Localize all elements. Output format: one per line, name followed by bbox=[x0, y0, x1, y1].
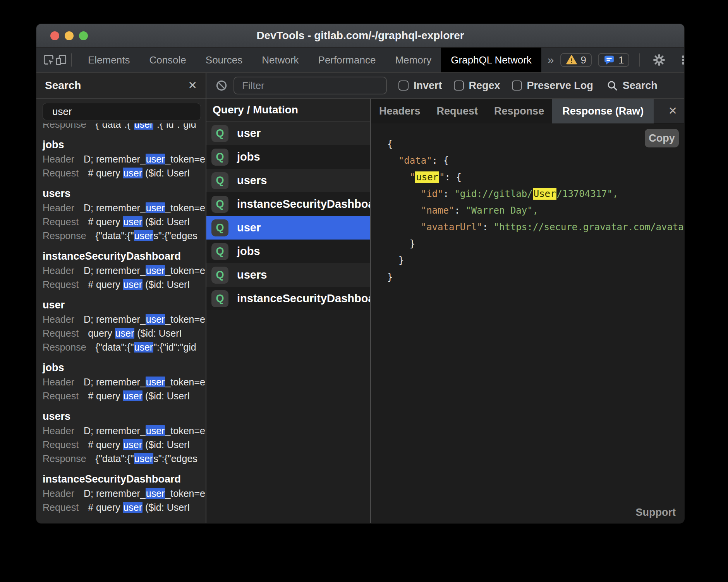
text-segment: {"data":{" bbox=[96, 342, 134, 353]
search-result-line[interactable]: HeaderD; remember_user_token=e bbox=[43, 424, 206, 438]
details-close-icon[interactable]: ✕ bbox=[668, 106, 677, 116]
search-match-highlight: user bbox=[415, 171, 439, 183]
query-operation-name: jobs bbox=[237, 245, 260, 258]
text-segment: ($id: UserI bbox=[143, 439, 190, 450]
search-result-line[interactable]: HeaderD; remember_user_token=e bbox=[43, 264, 206, 277]
search-result-line[interactable]: HeaderD; remember_user_token=e bbox=[43, 486, 206, 500]
query-list-item[interactable]: Qusers bbox=[206, 263, 370, 287]
search-result-operation-name[interactable]: users bbox=[43, 186, 206, 201]
search-result-operation-name[interactable]: jobs bbox=[43, 360, 206, 375]
tab-sources[interactable]: Sources bbox=[196, 48, 252, 72]
search-result-line[interactable]: HeaderD; remember_user_token=e bbox=[43, 201, 206, 215]
search-result-line[interactable]: Response{"data":{"users":{"edges bbox=[43, 452, 206, 466]
tab-response-raw[interactable]: Response (Raw) bbox=[552, 99, 654, 123]
search-result-line[interactable]: Requestquery user ($id: UserI bbox=[43, 326, 206, 340]
text-segment: " bbox=[439, 172, 445, 183]
details-tab-strip: HeadersRequestResponseResponse (Raw) ✕ bbox=[371, 99, 684, 123]
query-list-item[interactable]: QinstanceSecurityDashboard bbox=[206, 192, 370, 216]
search-panel-header: Search ✕ bbox=[36, 73, 206, 99]
preserve-log-checkbox[interactable]: Preserve Log bbox=[512, 80, 593, 92]
filter-input[interactable] bbox=[234, 77, 387, 94]
support-link[interactable]: Support bbox=[636, 507, 676, 519]
inspect-element-icon[interactable] bbox=[43, 51, 55, 69]
search-result-operation-name[interactable]: users bbox=[43, 409, 206, 424]
close-window-button[interactable] bbox=[50, 31, 59, 40]
query-list-item[interactable]: Qjobs bbox=[206, 145, 370, 169]
query-list-item[interactable]: Qusers bbox=[206, 169, 370, 192]
invert-checkbox-box[interactable] bbox=[398, 80, 409, 91]
zoom-window-button[interactable] bbox=[79, 31, 88, 40]
traffic-lights bbox=[50, 31, 88, 40]
more-tabs-chevron[interactable]: » bbox=[541, 53, 560, 67]
search-result-line[interactable]: Request# query user ($id: UserI bbox=[43, 166, 206, 180]
preserve-log-checkbox-box[interactable] bbox=[512, 80, 522, 91]
text-segment: "name" bbox=[421, 205, 455, 216]
search-result-operation-name[interactable]: instanceSecurityDashboard bbox=[43, 472, 206, 486]
query-list-panel: Query / Mutation QuserQjobsQusersQinstan… bbox=[206, 99, 370, 523]
query-operation-name: users bbox=[237, 269, 267, 281]
tab-request[interactable]: Request bbox=[429, 99, 486, 123]
search-result-operation-name[interactable]: jobs bbox=[43, 137, 206, 152]
search-result-line[interactable]: Response{"data":{"user":{"id":"gid bbox=[43, 123, 206, 131]
devtools-main: Search ✕ Response{"data":{"user":{"id":"… bbox=[36, 73, 684, 523]
json-line: "id": "gid://gitlab/User/13704317", bbox=[387, 186, 684, 202]
search-result-line[interactable]: HeaderD; remember_user_token=e bbox=[43, 152, 206, 166]
text-segment: # query bbox=[88, 279, 123, 290]
regex-checkbox[interactable]: Regex bbox=[454, 80, 500, 92]
network-search-button[interactable]: Search bbox=[606, 80, 658, 92]
kebab-menu-icon[interactable] bbox=[674, 51, 684, 69]
query-list-item[interactable]: Quser bbox=[206, 122, 370, 145]
invert-checkbox[interactable]: Invert bbox=[398, 80, 442, 92]
search-input-row bbox=[36, 99, 206, 123]
search-result-line[interactable]: HeaderD; remember_user_token=e bbox=[43, 312, 206, 326]
devtools-window: DevTools - gitlab.com/-/graphql-explorer… bbox=[36, 24, 684, 523]
device-toolbar-icon[interactable] bbox=[55, 51, 67, 69]
text-segment: ($id: UserI bbox=[143, 390, 190, 401]
settings-gear-icon[interactable] bbox=[650, 51, 668, 69]
search-result-line[interactable]: Request# query user ($id: UserI bbox=[43, 389, 206, 403]
console-warnings-badge[interactable]: 9 bbox=[560, 53, 592, 67]
issues-badge[interactable]: 1 bbox=[598, 53, 629, 67]
query-list-item[interactable]: Qjobs bbox=[206, 240, 370, 263]
tab-headers[interactable]: Headers bbox=[371, 99, 429, 123]
search-result-line[interactable]: Request# query user ($id: UserI bbox=[43, 277, 206, 291]
tab-network[interactable]: Network bbox=[252, 48, 308, 72]
json-line: } bbox=[387, 269, 684, 286]
query-list-item[interactable]: QinstanceSecurityDashboard bbox=[206, 287, 370, 310]
search-input[interactable] bbox=[43, 103, 201, 120]
search-result-operation-name[interactable]: instanceSecurityDashboard bbox=[43, 249, 206, 264]
json-line: "avatarUrl": "https://secure.gravatar.co… bbox=[387, 219, 684, 236]
search-result-line[interactable]: Request# query user ($id: UserI bbox=[43, 215, 206, 229]
tab-performance[interactable]: Performance bbox=[309, 48, 386, 72]
result-line-label: Request bbox=[43, 166, 79, 180]
text-segment: _token=e bbox=[165, 488, 205, 499]
text-segment: "avatarUrl" bbox=[421, 222, 482, 233]
search-result-line[interactable]: Response{"data":{"users":{"edges bbox=[43, 229, 206, 243]
result-line-label: Request bbox=[43, 438, 79, 452]
search-result-line[interactable]: Response{"data":{"user":{"id":"gid bbox=[43, 340, 206, 354]
tab-response[interactable]: Response bbox=[486, 99, 552, 123]
text-segment: } bbox=[387, 272, 393, 282]
result-line-content: D; remember_user_token=e bbox=[84, 424, 205, 438]
regex-checkbox-box[interactable] bbox=[454, 80, 464, 91]
request-details-panel: HeadersRequestResponseResponse (Raw) ✕ C… bbox=[371, 99, 684, 523]
text-segment: "gid://gitlab/ bbox=[454, 188, 532, 199]
tab-elements[interactable]: Elements bbox=[78, 48, 139, 72]
copy-button[interactable]: Copy bbox=[645, 129, 679, 147]
text-segment: D; remember_ bbox=[84, 377, 146, 387]
minimize-window-button[interactable] bbox=[65, 31, 74, 40]
search-panel-close-icon[interactable]: ✕ bbox=[188, 80, 197, 91]
toolbar-right-group: 9 1 bbox=[560, 51, 684, 69]
search-result-line[interactable]: Request# query user ($id: UserI bbox=[43, 438, 206, 452]
network-body: Query / Mutation QuserQjobsQusersQinstan… bbox=[206, 99, 684, 523]
search-result-operation-name[interactable]: user bbox=[43, 298, 206, 312]
text-segment: _token=e bbox=[165, 314, 205, 325]
search-result-block: jobsHeaderD; remember_user_token=eReques… bbox=[43, 137, 206, 180]
tab-console[interactable]: Console bbox=[139, 48, 196, 72]
clear-log-icon[interactable] bbox=[216, 80, 227, 91]
search-result-line[interactable]: HeaderD; remember_user_token=e bbox=[43, 375, 206, 389]
tab-graphql-network[interactable]: GraphQL Network bbox=[441, 48, 541, 72]
query-list-item-selected[interactable]: Quser bbox=[206, 216, 370, 240]
tab-memory[interactable]: Memory bbox=[385, 48, 441, 72]
search-result-line[interactable]: Request# query user ($id: UserI bbox=[43, 500, 206, 514]
